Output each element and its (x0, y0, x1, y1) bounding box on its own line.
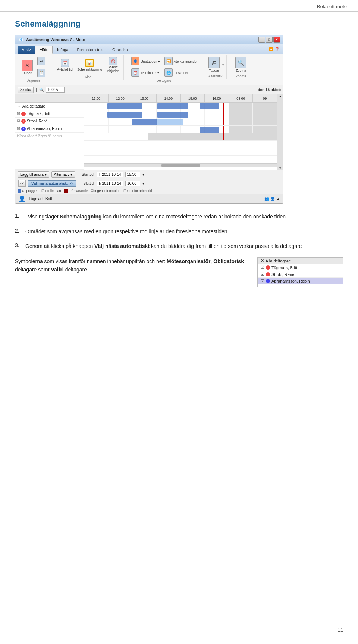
check-tagmark: ☑ (17, 112, 20, 116)
scrollbar-thumb[interactable] (161, 164, 200, 167)
time-11: 11:00 (84, 94, 109, 102)
start-time-field[interactable] (125, 172, 140, 177)
taggar-button[interactable]: 🏷 Taggar (207, 56, 222, 74)
busy-alla-2 (157, 103, 188, 109)
mini-icon-abrahamsson: + (266, 279, 270, 283)
expand-icon[interactable]: ▲ (276, 197, 280, 201)
timeline-row-empty4 (84, 156, 277, 163)
name-row-strobl: ☑ + Strobl, René (15, 118, 84, 125)
people-icon-1[interactable]: 👥 (264, 197, 269, 201)
cell-ar-7 (229, 126, 253, 133)
15-minuter-button[interactable]: ⏰ 15 minuter ▾ (129, 67, 162, 78)
forward-icon: 📋 (37, 69, 45, 77)
ribbon-buttons-zooma: 🔍 Zooma (233, 56, 248, 74)
sluttid-label: Sluttid: (83, 181, 95, 186)
starttid-label: Starttid: (82, 172, 94, 177)
reply-button[interactable]: ↩ (35, 56, 47, 67)
vertical-scrollbar[interactable]: ▲ ▼ (277, 94, 283, 170)
legend-preliminart: ☑ Preliminärt (41, 189, 61, 193)
busy-tb-2 (157, 112, 188, 118)
cell-alla-8 (253, 103, 277, 111)
tab-granska[interactable]: Granska (108, 46, 132, 54)
tab-infoga[interactable]: Infoga (53, 46, 73, 54)
close-button[interactable]: ✕ (273, 37, 280, 43)
timeline-scrollbar[interactable] (84, 163, 277, 167)
star-icon: ✦ (17, 104, 21, 109)
main-content: Schemaläggning 📧 Avstämning Windows 7 - … (0, 12, 358, 302)
check-preliminart: ☑ (41, 189, 44, 193)
scroll-up-icon[interactable]: ▲ (279, 94, 282, 98)
valj-nasta-button[interactable]: Välj nästa automatiskt >> (28, 180, 76, 187)
mini-check-tagmark: ☑ (261, 265, 264, 270)
ribbon-group-alternativ: 🏷 Taggar ▾ Alternativ (204, 55, 227, 79)
alternativ-expand[interactable]: ▾ (222, 63, 224, 67)
check-strobl: ☑ (17, 119, 20, 123)
green-line-ar (208, 126, 208, 133)
skicka-button[interactable]: Skicka (18, 87, 34, 93)
nav-prev-button[interactable]: << (18, 180, 26, 187)
avbryt-inbjudan-button[interactable]: 🚫 Avbrytinbjudan (105, 56, 121, 74)
alternativ-label: Alternativ (208, 74, 223, 78)
cell-sr-7 (229, 118, 253, 125)
ribbon-group-zooma: 🔍 Zooma Zooma (230, 55, 252, 79)
ribbon-tabs: Arkiv Möte Infoga Formatera text Granska… (15, 44, 283, 54)
page-number: 11 (338, 627, 343, 633)
avtalad-tid-button[interactable]: 📅 Avtalad tid (55, 58, 75, 72)
zoom-icon: 🔍 (39, 88, 44, 92)
upptaggen-button[interactable]: 👤 Upptaggen ▾ (129, 56, 162, 67)
tab-formatera[interactable]: Formatera text (73, 46, 108, 54)
end-date-field[interactable] (97, 181, 123, 186)
tab-mote[interactable]: Möte (35, 46, 52, 54)
tab-arkiv[interactable]: Arkiv (18, 46, 35, 54)
ribbon-group-visa: 📅 Avtalad tid 📊 Schemaläggning 🚫 Avbryti… (53, 55, 124, 80)
name-row-placeholder[interactable]: klicka för att lägga till namn (15, 133, 84, 140)
legend-box-upptaggen (18, 189, 21, 193)
time-16: 16:00 (205, 94, 229, 102)
name-row-empty3 (15, 155, 84, 162)
tidszoner-button[interactable]: 🌐 Tidszoner (163, 67, 198, 78)
zooma-button[interactable]: 🔍 Zooma (233, 56, 248, 74)
ta-bort-button[interactable]: ✕ Ta bort (20, 59, 35, 76)
minimize-button[interactable]: ─ (258, 37, 265, 43)
timeline-row-empty2 (84, 141, 277, 148)
scroll-down-icon[interactable]: ▼ (279, 167, 282, 170)
timeline-row-strobl (84, 118, 277, 126)
cell-sr-8 (253, 118, 277, 125)
avtalad-tid-icon: 📅 (61, 59, 69, 67)
time-12: 12:00 (109, 94, 133, 102)
zoom-input[interactable] (46, 87, 65, 93)
lagg-till-andra-button[interactable]: Lägg till andra ▾ (18, 171, 49, 178)
red-line (223, 103, 224, 111)
aterkommande-icon: 🔁 (164, 57, 173, 65)
text-content: 1. I visningsläget Schemaläggning kan du… (15, 213, 343, 251)
text-item-3: 3. Genom att klicka på knappen Välj näst… (15, 242, 343, 251)
text-body-3: Genom att klicka på knappen Välj nästa a… (25, 242, 302, 251)
mini-header-label: Alla deltagare (266, 259, 291, 263)
scheduling-footer: Lägg till andra ▾ Alternativ ▾ Starttid:… (15, 170, 283, 194)
avbryt-icon: 🚫 (109, 57, 117, 65)
start-date-field[interactable] (97, 172, 123, 177)
people-icon-2[interactable]: 👤 (270, 197, 275, 201)
mini-row-tagmark: ☑ Tågmark, Britt (258, 264, 343, 271)
time-09: 09 (253, 94, 277, 102)
forward-button[interactable]: 📋 (35, 68, 47, 78)
aterkommande-button[interactable]: 🔁 Återkommande (163, 56, 198, 67)
text-number-1: 1. (15, 213, 22, 221)
maximize-button[interactable]: □ (266, 37, 273, 43)
visa-label: Visa (85, 75, 91, 79)
busy-ar-1 (200, 127, 219, 133)
alternativ-button[interactable]: Alternativ ▾ (51, 171, 75, 178)
timeline-row-tagmark (84, 111, 277, 118)
mini-name-abrahamsson: Abrahamsson, Robin (271, 279, 310, 283)
date-header: den 15 oktob (258, 88, 281, 92)
schemaläggning-button[interactable]: 📊 Schemaläggning (75, 58, 104, 72)
footer-row-2: << Välj nästa automatiskt >> Sluttid: ▾ (15, 179, 283, 188)
legend: Upptaggen ☑ Preliminärt Frånvarande ☒ In… (15, 188, 283, 194)
window-title: Avstämning Windows 7 - Möte (26, 37, 85, 42)
zooma-icon: 🔍 (235, 57, 246, 68)
end-time-field[interactable] (125, 181, 140, 186)
outlook-screenshot: 📧 Avstämning Windows 7 - Möte ─ □ ✕ Arki… (15, 35, 283, 204)
nav-arrows: << (18, 180, 26, 187)
name-row-empty4 (15, 162, 84, 170)
scheduling-main: ✦ Alla deltagare ☑ Tågmark, Britt ☑ + St… (15, 94, 283, 170)
